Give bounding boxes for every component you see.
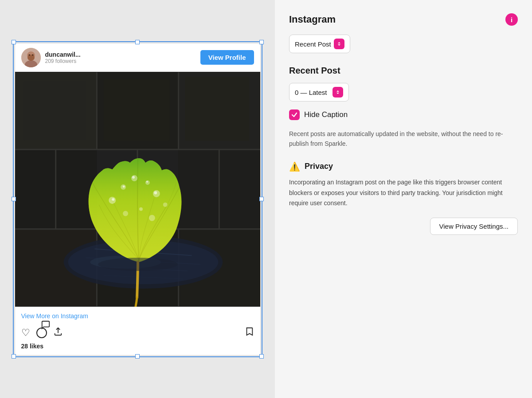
svg-point-40 bbox=[132, 176, 135, 179]
ig-actions: ♡ bbox=[15, 323, 260, 343]
dropdown-label: Recent Post bbox=[295, 40, 331, 48]
view-privacy-settings-button[interactable]: View Privacy Settings... bbox=[430, 218, 518, 235]
left-panel: duncanwil... 209 followers View Profile bbox=[0, 0, 275, 398]
ig-header: duncanwil... 209 followers View Profile bbox=[15, 43, 260, 72]
svg-point-44 bbox=[154, 191, 157, 194]
bookmark-icon[interactable] bbox=[244, 327, 254, 339]
svg-point-36 bbox=[112, 198, 114, 200]
hide-caption-checkbox[interactable] bbox=[289, 109, 300, 120]
auto-update-info: Recent posts are automatically updated i… bbox=[289, 129, 518, 149]
comment-bubble-icon[interactable] bbox=[41, 320, 51, 332]
ig-user-info: duncanwil... 209 followers bbox=[45, 51, 196, 64]
view-more-link[interactable]: View More on Instagram bbox=[15, 307, 260, 323]
privacy-text: Incorporating an Instagram post on the p… bbox=[289, 177, 518, 209]
svg-rect-26 bbox=[103, 78, 169, 140]
svg-rect-25 bbox=[23, 81, 85, 140]
svg-point-46 bbox=[123, 211, 128, 216]
post-index-arrows-icon bbox=[332, 87, 343, 98]
hide-caption-row: Hide Caption bbox=[289, 109, 518, 120]
privacy-section: ⚠️ Privacy Incorporating an Instagram po… bbox=[289, 161, 518, 235]
ig-followers: 209 followers bbox=[45, 58, 196, 64]
heart-icon[interactable]: ♡ bbox=[21, 327, 30, 339]
ig-likes: 28 likes bbox=[15, 343, 260, 355]
svg-point-42 bbox=[146, 181, 148, 183]
info-icon[interactable]: i bbox=[505, 13, 518, 26]
svg-point-3 bbox=[27, 55, 35, 61]
svg-rect-27 bbox=[185, 76, 249, 140]
avatar bbox=[21, 48, 41, 67]
instagram-widget: duncanwil... 209 followers View Profile bbox=[15, 43, 261, 355]
svg-point-48 bbox=[149, 215, 155, 221]
warning-icon: ⚠️ bbox=[289, 161, 300, 172]
right-panel: Instagram i Recent Post Recent Post 0 — … bbox=[275, 0, 532, 398]
svg-point-47 bbox=[139, 207, 142, 211]
svg-point-45 bbox=[163, 202, 167, 207]
section-title: Recent Post bbox=[289, 66, 518, 76]
post-index-dropdown[interactable]: 0 — Latest bbox=[289, 83, 349, 101]
svg-point-5 bbox=[32, 54, 33, 55]
right-header: Instagram i bbox=[289, 13, 518, 26]
panel-title: Instagram bbox=[289, 14, 336, 25]
ig-post-image bbox=[15, 72, 260, 307]
post-index-row: 0 — Latest bbox=[289, 83, 518, 101]
privacy-header: ⚠️ Privacy bbox=[289, 161, 518, 172]
hide-caption-label: Hide Caption bbox=[304, 110, 348, 119]
post-index-label: 0 — Latest bbox=[295, 89, 327, 96]
ig-username: duncanwil... bbox=[45, 51, 196, 58]
privacy-title: Privacy bbox=[305, 162, 333, 171]
dropdown-arrows-icon bbox=[334, 39, 344, 49]
view-profile-button[interactable]: View Profile bbox=[200, 50, 254, 65]
svg-point-38 bbox=[122, 185, 125, 187]
share-icon[interactable] bbox=[53, 327, 63, 339]
type-dropdown[interactable]: Recent Post bbox=[289, 35, 350, 53]
svg-point-49 bbox=[98, 258, 177, 271]
svg-point-4 bbox=[28, 54, 30, 55]
